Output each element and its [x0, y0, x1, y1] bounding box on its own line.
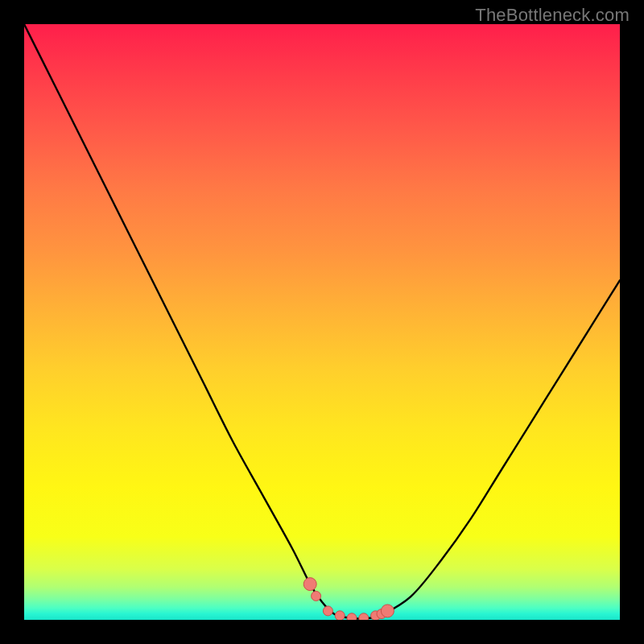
optimal-marker: [381, 605, 394, 617]
optimal-marker: [335, 611, 345, 620]
optimal-marker: [312, 591, 321, 601]
watermark-text: TheBottleneck.com: [475, 5, 630, 26]
chart-frame: TheBottleneck.com: [0, 0, 644, 644]
bottleneck-curve-svg: [24, 24, 620, 620]
plot-area: [24, 24, 620, 620]
optimal-marker: [323, 606, 332, 616]
bottleneck-curve-path: [24, 24, 620, 619]
optimal-marker: [359, 613, 369, 620]
optimal-marker: [347, 613, 357, 620]
optimal-marker: [303, 578, 316, 591]
marker-group: [303, 578, 394, 620]
